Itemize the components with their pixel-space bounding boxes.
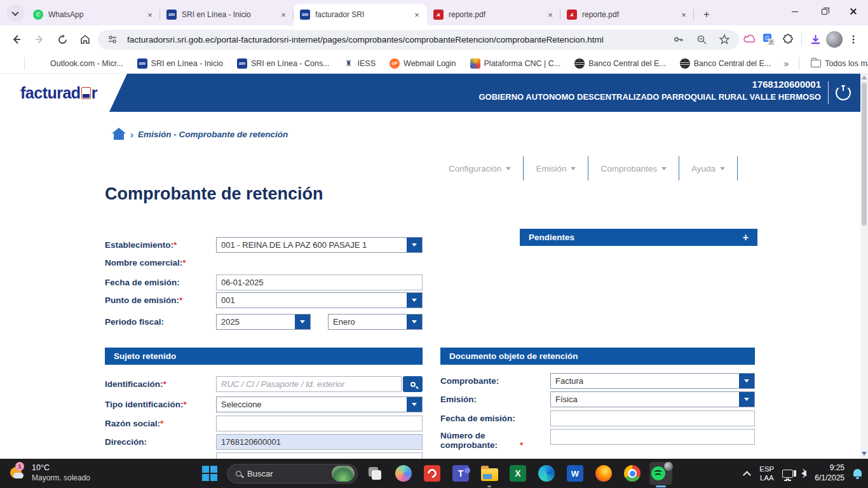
active-chrome-group[interactable] xyxy=(649,462,672,485)
all-bookmarks-button[interactable]: Todos los marcadores xyxy=(806,57,868,71)
notification-bell-icon[interactable] xyxy=(853,468,863,478)
menu-comprobantes[interactable]: Comprobantes xyxy=(588,156,679,180)
clock[interactable]: 9:25 6/1/2025 xyxy=(815,463,844,483)
tab-close-icon[interactable]: × xyxy=(412,10,422,20)
url-text[interactable]: facturadorsri.sri.gob.ec/portal-facturad… xyxy=(127,35,664,44)
menu-emision[interactable]: Emisión xyxy=(524,156,588,180)
tab-close-icon[interactable]: × xyxy=(545,10,555,20)
start-button[interactable] xyxy=(198,462,221,485)
razon-social-input[interactable] xyxy=(216,416,423,431)
keyboard-layout[interactable]: ESP LAA xyxy=(759,464,774,483)
chevron-down-icon xyxy=(412,403,417,406)
bookmark-outlook[interactable]: Outlook.com - Micr... xyxy=(31,57,128,71)
pendientes-panel-header[interactable]: Pendientes + xyxy=(520,229,757,246)
menu-ayuda[interactable]: Ayuda xyxy=(679,156,738,180)
zoom-icon[interactable] xyxy=(693,31,710,48)
network-icon[interactable] xyxy=(782,470,793,478)
punto-emision-select[interactable]: 001 xyxy=(216,292,423,308)
tab-close-icon[interactable]: × xyxy=(679,10,689,20)
password-key-icon[interactable] xyxy=(670,31,687,48)
bing-daily-image[interactable] xyxy=(332,466,355,482)
extensions-puzzle-icon[interactable] xyxy=(780,31,796,48)
volume-icon[interactable] xyxy=(801,470,806,477)
downloads-icon[interactable] xyxy=(807,31,824,48)
tab-close-icon[interactable]: × xyxy=(145,10,155,20)
copilot-button[interactable] xyxy=(392,462,415,485)
page-scrollbar[interactable] xyxy=(860,74,868,459)
bookmarks-overflow-icon[interactable]: » xyxy=(780,58,792,69)
direccion-input[interactable] xyxy=(216,434,423,450)
dropdown-caret-button[interactable] xyxy=(407,238,422,252)
chrome-button[interactable] xyxy=(621,462,644,485)
back-button[interactable] xyxy=(6,29,27,50)
identificacion-input[interactable] xyxy=(216,376,402,392)
scrollbar-thumb[interactable] xyxy=(862,83,867,226)
taskbar-search[interactable]: Buscar xyxy=(227,464,358,484)
breadcrumb-text: Emisión - Comprobante de retención xyxy=(138,130,288,139)
logout-button[interactable] xyxy=(832,82,854,104)
address-bar[interactable]: facturadorsri.sri.gob.ec/portal-facturad… xyxy=(98,30,739,50)
scroll-down-icon[interactable] xyxy=(862,452,867,456)
apps-grid-icon[interactable] xyxy=(8,58,18,69)
bookmark-iess[interactable]: ♜IESS xyxy=(339,57,381,71)
periodo-year-select[interactable]: 2025 xyxy=(216,314,311,330)
tab-sri-inicio[interactable]: SRI SRI en Línea - Inicio × xyxy=(160,4,294,25)
tab-reporte-pdf-1[interactable]: A reporte.pdf × xyxy=(427,4,560,25)
expand-icon[interactable]: + xyxy=(743,232,749,243)
home-button[interactable] xyxy=(75,29,95,50)
tab-close-icon[interactable]: × xyxy=(278,10,288,20)
required-mark: * xyxy=(520,440,523,450)
numero-comprobante-input[interactable] xyxy=(550,429,755,445)
bookmark-bce-1[interactable]: Banco Central del E... xyxy=(569,57,671,71)
fecha-emision-input[interactable] xyxy=(216,274,423,290)
search-contributor-button[interactable] xyxy=(403,376,423,392)
task-view-button[interactable] xyxy=(363,462,386,485)
dropdown-caret-button[interactable] xyxy=(739,392,754,407)
tab-search-button[interactable] xyxy=(6,4,24,22)
dropdown-caret-button[interactable] xyxy=(407,293,422,308)
bookmark-webmail[interactable]: cPWebmail Login xyxy=(384,57,461,71)
home-icon[interactable] xyxy=(112,128,126,140)
reload-button[interactable] xyxy=(52,29,72,50)
minimize-button[interactable] xyxy=(780,0,810,23)
browser-menu-icon[interactable] xyxy=(845,31,862,48)
weather-extension-icon[interactable] xyxy=(742,31,758,48)
dropdown-caret-button[interactable] xyxy=(407,397,422,412)
bookmark-bce-2[interactable]: Banco Central del E... xyxy=(675,57,776,71)
doc-fecha-emision-input[interactable] xyxy=(550,410,755,426)
app-logo[interactable]: facturadr xyxy=(0,74,127,112)
bookmark-cnc[interactable]: Plataforma CNC | C... xyxy=(465,57,566,71)
tab-reporte-pdf-2[interactable]: A reporte.pdf × xyxy=(560,4,694,25)
nitro-pdf-button[interactable] xyxy=(421,462,444,485)
profile-avatar[interactable] xyxy=(826,31,843,48)
scroll-up-icon[interactable] xyxy=(862,76,867,79)
bookmark-star-icon[interactable] xyxy=(716,31,733,48)
comprobante-select[interactable]: Factura xyxy=(550,373,755,389)
teams-button[interactable]: T xyxy=(449,462,472,485)
new-tab-button[interactable]: + xyxy=(698,6,715,24)
site-info-icon[interactable] xyxy=(104,31,121,48)
tab-whatsapp[interactable]: ✆ WhatsApp × xyxy=(27,4,160,25)
bookmark-sri-inicio[interactable]: SRISRI en Línea - Inicio xyxy=(132,57,228,71)
forward-button[interactable] xyxy=(29,29,50,50)
excel-button[interactable]: X xyxy=(506,462,529,485)
translate-icon[interactable]: G文 xyxy=(761,31,777,48)
hidden-icons-chevron[interactable] xyxy=(743,471,751,479)
establecimiento-select[interactable]: 001 - REINA DE LA PAZ 600 PASAJE 1 xyxy=(216,237,423,253)
dropdown-caret-button[interactable] xyxy=(295,315,310,329)
periodo-month-select[interactable]: Enero xyxy=(328,314,423,330)
firefox-button[interactable] xyxy=(592,462,615,485)
menu-configuracion[interactable]: Configuración xyxy=(437,156,524,180)
emision-select[interactable]: Física xyxy=(550,391,755,407)
tab-facturador-sri[interactable]: SRI facturador SRI × xyxy=(294,4,427,25)
dropdown-caret-button[interactable] xyxy=(407,315,422,329)
restore-button[interactable] xyxy=(810,0,839,23)
file-explorer-button[interactable] xyxy=(478,462,501,485)
weather-widget[interactable]: 1 10°C Mayorm. soleado xyxy=(5,462,94,484)
word-button[interactable]: W xyxy=(564,462,587,485)
dropdown-caret-button[interactable] xyxy=(739,374,754,388)
edge-button[interactable] xyxy=(535,462,558,485)
close-button[interactable] xyxy=(839,0,868,23)
tipo-identificacion-select[interactable]: Seleccione xyxy=(216,396,423,412)
bookmark-sri-consultas[interactable]: SRISRI en Línea - Cons... xyxy=(232,57,335,71)
